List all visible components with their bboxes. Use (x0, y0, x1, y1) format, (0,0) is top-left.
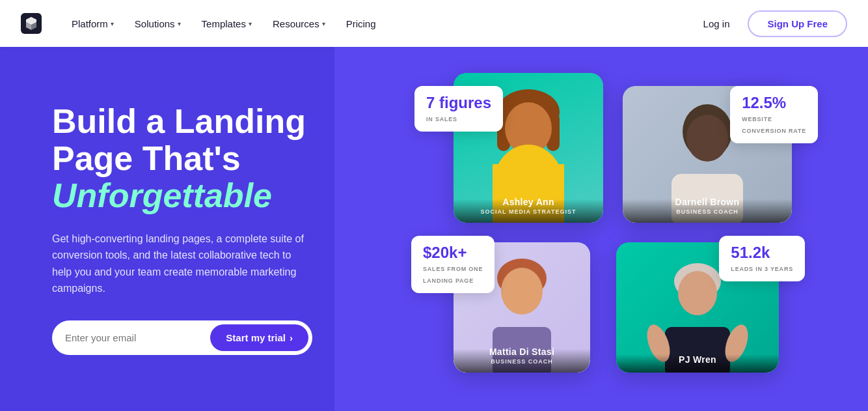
chevron-down-icon: ▾ (249, 20, 252, 27)
nav-item-templates[interactable]: Templates ▾ (193, 13, 261, 35)
svg-point-12 (501, 268, 543, 315)
hero-left: Build a Landing Page That's Unforgettabl… (0, 103, 364, 355)
logo[interactable] (21, 13, 42, 34)
stat-badge-7figures: 7 figures IN SALES (414, 86, 503, 132)
hero-right: Ashley Ann SOCIAL MEDIA STRATEGIST (364, 47, 868, 411)
nav-item-resources[interactable]: Resources ▾ (264, 13, 334, 35)
email-input[interactable] (65, 332, 205, 343)
chevron-down-icon: ▾ (322, 20, 325, 27)
login-button[interactable]: Log in (696, 13, 738, 35)
hero-cta-form: Start my trial › (52, 320, 312, 355)
nav-item-solutions[interactable]: Solutions ▾ (126, 13, 190, 35)
svg-point-15 (678, 271, 717, 315)
nav-links: Platform ▾ Solutions ▾ Templates ▾ Resou… (62, 13, 696, 35)
hero-subtitle: Get high-converting landing pages, a com… (52, 231, 312, 297)
start-trial-button[interactable]: Start my trial › (210, 324, 308, 351)
svg-point-9 (686, 115, 728, 162)
signup-button[interactable]: Sign Up Free (748, 10, 847, 37)
nav-item-platform[interactable]: Platform ▾ (62, 13, 123, 35)
card-overlay-darnell: Darnell Brown BUSINESS COACH (623, 189, 792, 223)
nav-right: Log in Sign Up Free (696, 10, 847, 37)
card-overlay-pj: PJ Wren (616, 347, 779, 373)
chevron-down-icon: ▾ (178, 20, 181, 27)
hero-section: Build a Landing Page That's Unforgettabl… (0, 47, 868, 411)
arrow-icon: › (290, 332, 293, 343)
stat-badge-conversion: 12.5% WEBSITE CONVERSION RATE (730, 86, 818, 143)
navigation: Platform ▾ Solutions ▾ Templates ▾ Resou… (0, 0, 868, 47)
stat-badge-20k: $20k+ SALES FROM ONE LANDING PAGE (411, 236, 495, 293)
hero-title: Build a Landing Page That's Unforgettabl… (52, 103, 312, 215)
nav-item-pricing[interactable]: Pricing (337, 13, 385, 35)
stat-badge-512k: 51.2k LEADS IN 3 YEARS (719, 236, 805, 281)
chevron-down-icon: ▾ (111, 20, 114, 27)
card-overlay-mattia: Mattia Di Stasi BUSINESS COACH (454, 339, 590, 373)
testimonial-cards: Ashley Ann SOCIAL MEDIA STRATEGIST (395, 66, 837, 392)
card-overlay-ashley: Ashley Ann SOCIAL MEDIA STRATEGIST (454, 189, 603, 223)
